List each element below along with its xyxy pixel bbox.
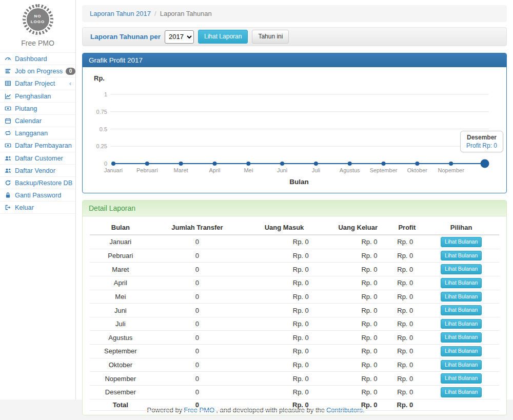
table-row: September0Rp. 0Rp. 0Rp. 0Lihat Bulanan — [90, 345, 499, 358]
sidebar-nav: Dashboard Job on Progress 0 Daftar Proje… — [0, 52, 75, 214]
detail-laporan-table: Bulan Jumlah Transfer Uang Masuk Uang Ke… — [90, 221, 499, 411]
breadcrumb-current: Laporan Tahunan — [160, 10, 212, 17]
table-row: Pebruari0Rp. 0Rp. 0Rp. 0Lihat Bulanan — [90, 249, 499, 263]
sidebar-item-piutang[interactable]: Piutang — [0, 103, 75, 115]
sidebar-item-daftar-vendor[interactable]: Daftar Vendor — [0, 165, 75, 177]
lihat-bulanan-button[interactable]: Lihat Bulanan — [441, 360, 482, 370]
sidebar-item-dashboard[interactable]: Dashboard — [0, 53, 75, 65]
month-cell: Desember — [90, 386, 151, 399]
filter-label: Laporan Tahunan per — [90, 33, 161, 41]
table-total-row: Total 0 Rp. 0 Rp. 0 Rp. 0 — [90, 399, 499, 410]
lihat-bulanan-button[interactable]: Lihat Bulanan — [441, 387, 482, 397]
lihat-bulanan-button[interactable]: Lihat Bulanan — [441, 264, 482, 274]
profit-cell: Rp. 0 — [391, 304, 424, 317]
lihat-bulanan-button[interactable]: Lihat Bulanan — [441, 237, 482, 247]
month-cell: September — [90, 345, 151, 358]
month-cell: Mei — [90, 290, 151, 304]
lihat-bulanan-button[interactable]: Lihat Bulanan — [441, 373, 482, 384]
breadcrumb-link-laporan-tahun[interactable]: Laporan Tahun 2017 — [90, 10, 151, 17]
year-select[interactable]: 2017 — [165, 30, 194, 44]
lihat-bulanan-button[interactable]: Lihat Bulanan — [441, 251, 482, 261]
pilihan-cell: Lihat Bulanan — [423, 386, 499, 399]
brand: NOLOGO Free PMO — [0, 0, 75, 52]
chart-tooltip: Desember Profit Rp: 0 — [460, 131, 503, 152]
dashboard-icon — [4, 55, 12, 62]
lihat-bulanan-button[interactable]: Lihat Bulanan — [441, 319, 482, 329]
sidebar-item-backup-restore-db[interactable]: Backup/Restore DB — [0, 177, 75, 189]
col-bulan: Bulan — [90, 221, 151, 235]
sidebar-item-daftar-pembayaran[interactable]: Daftar Pembayaran — [0, 139, 75, 152]
uang-keluar-cell: Rp. 0 — [325, 331, 391, 345]
lihat-bulanan-button[interactable]: Lihat Bulanan — [441, 305, 482, 315]
month-cell: Januari — [90, 235, 151, 249]
uang-keluar-cell: Rp. 0 — [325, 290, 391, 304]
sidebar-item-calendar[interactable]: Calendar — [0, 115, 75, 127]
lihat-bulanan-button[interactable]: Lihat Bulanan — [441, 278, 482, 288]
sidebar-item-daftar-customer[interactable]: Daftar Customer — [0, 152, 75, 165]
uang-masuk-cell: Rp. 0 — [243, 249, 325, 263]
breadcrumb-separator: / — [154, 10, 156, 17]
uang-masuk-cell: Rp. 0 — [243, 304, 325, 317]
profit-line-chart: Rp.00.250.50.751JanuariPebruariMaretApri… — [83, 67, 506, 193]
col-profit: Profit — [391, 221, 424, 235]
pilihan-cell: Lihat Bulanan — [423, 235, 499, 249]
lihat-laporan-button[interactable]: Lihat Laporan — [198, 30, 248, 44]
profit-cell: Rp. 0 — [391, 317, 424, 331]
refresh-icon — [4, 179, 12, 186]
svg-text:1: 1 — [104, 91, 107, 97]
uang-keluar-cell: Rp. 0 — [325, 345, 391, 358]
profit-cell: Rp. 0 — [391, 358, 424, 372]
sidebar-item-ganti-password[interactable]: Ganti Password — [0, 189, 75, 202]
svg-text:September: September — [370, 167, 398, 173]
table-row: Agustus0Rp. 0Rp. 0Rp. 0Lihat Bulanan — [90, 331, 499, 345]
col-uang-keluar: Uang Keluar — [325, 221, 391, 235]
svg-text:Januari: Januari — [104, 167, 123, 173]
lihat-bulanan-button[interactable]: Lihat Bulanan — [441, 292, 482, 302]
profit-cell: Rp. 0 — [391, 386, 424, 399]
uang-masuk-cell: Rp. 0 — [243, 317, 325, 331]
jumlah-transfer-cell: 0 — [151, 290, 244, 304]
table-row: Desember0Rp. 0Rp. 0Rp. 0Lihat Bulanan — [90, 386, 499, 399]
uang-keluar-cell: Rp. 0 — [325, 249, 391, 263]
sidebar-item-langganan[interactable]: Langganan — [0, 127, 75, 139]
table-row: Juni0Rp. 0Rp. 0Rp. 0Lihat Bulanan — [90, 304, 499, 317]
lihat-bulanan-button[interactable]: Lihat Bulanan — [441, 346, 482, 356]
lihat-bulanan-button[interactable]: Lihat Bulanan — [441, 332, 482, 343]
table-row: Oktober0Rp. 0Rp. 0Rp. 0Lihat Bulanan — [90, 358, 499, 372]
brand-name: Free PMO — [0, 39, 75, 47]
col-uang-masuk: Uang Masuk — [243, 221, 325, 235]
total-label: Total — [90, 399, 151, 410]
chart-canvas: Rp.00.250.50.751JanuariPebruariMaretApri… — [90, 71, 499, 189]
uang-masuk-cell: Rp. 0 — [243, 331, 325, 345]
users-icon — [4, 167, 12, 174]
uang-keluar-cell: Rp. 0 — [325, 263, 391, 276]
sidebar-item-keluar[interactable]: Keluar — [0, 202, 75, 214]
uang-masuk-cell: Rp. 0 — [243, 358, 325, 372]
profit-cell: Rp. 0 — [391, 331, 424, 345]
table-row: Juli0Rp. 0Rp. 0Rp. 0Lihat Bulanan — [90, 317, 499, 331]
uang-masuk-cell: Rp. 0 — [243, 372, 325, 386]
breadcrumb: Laporan Tahun 2017/Laporan Tahunan — [82, 5, 507, 22]
tahun-ini-button[interactable]: Tahun ini — [252, 30, 289, 44]
month-cell: Agustus — [90, 331, 151, 345]
uang-keluar-cell: Rp. 0 — [325, 235, 391, 249]
svg-text:Juli: Juli — [312, 167, 321, 173]
svg-text:0.75: 0.75 — [96, 109, 107, 115]
jumlah-transfer-cell: 0 — [151, 358, 244, 372]
jumlah-transfer-cell: 0 — [151, 317, 244, 331]
sign-out-icon — [4, 204, 12, 211]
sidebar-item-daftar-project[interactable]: Daftar Project ‹ — [0, 77, 75, 90]
profit-cell: Rp. 0 — [391, 345, 424, 358]
profit-cell: Rp. 0 — [391, 372, 424, 386]
jumlah-transfer-cell: 0 — [151, 235, 244, 249]
table-row: Mei0Rp. 0Rp. 0Rp. 0Lihat Bulanan — [90, 290, 499, 304]
profit-chart-panel: Grafik Profit 2017 Rp.00.250.50.751Janua… — [82, 53, 507, 193]
sidebar-item-job-on-progress[interactable]: Job on Progress 0 — [0, 65, 75, 77]
pilihan-cell: Lihat Bulanan — [423, 304, 499, 317]
sidebar-item-penghasilan[interactable]: Penghasilan — [0, 90, 75, 103]
uang-masuk-cell: Rp. 0 — [243, 263, 325, 276]
svg-text:Juni: Juni — [277, 167, 287, 173]
total-uang-masuk: Rp. 0 — [243, 399, 325, 410]
table-row: Januari0Rp. 0Rp. 0Rp. 0Lihat Bulanan — [90, 235, 499, 249]
main-content: Laporan Tahun 2017/Laporan Tahunan Lapor… — [76, 0, 513, 399]
